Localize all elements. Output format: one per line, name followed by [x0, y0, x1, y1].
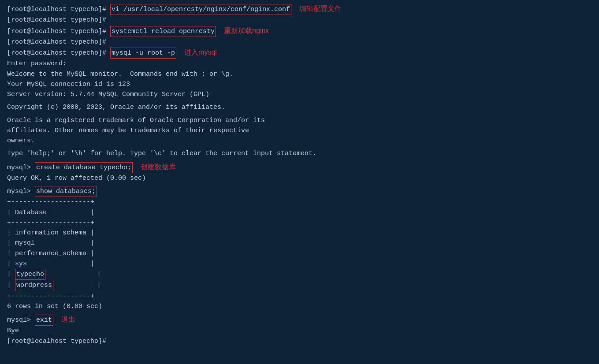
terminal-line: 6 rows in set (0.00 sec): [7, 301, 592, 312]
table-prefix: |: [7, 280, 15, 290]
plain-text: Enter password:: [7, 59, 67, 69]
terminal-line: Enter password:: [7, 59, 592, 69]
terminal-line: [root@localhost typecho]#: [7, 37, 592, 47]
table-line: +--------------------+: [7, 218, 592, 228]
terminal-line: mysql> show databases;: [7, 186, 592, 197]
table-suffix: |: [45, 269, 101, 279]
plain-text: Server version: 5.7.44 MySQL Community S…: [7, 89, 209, 100]
prompt-text: [root@localhost typecho]#: [7, 48, 110, 58]
mysql-prompt-text: mysql>: [7, 315, 35, 325]
plain-text: Copyright (c) 2000, 2023, Oracle and/or …: [7, 102, 225, 112]
terminal-line: [root@localhost typecho]#: [7, 15, 592, 25]
command-text: mysql -u root -p: [110, 48, 176, 59]
plain-text: affiliates. Other names may be trademark…: [7, 126, 249, 136]
terminal-line: mysql> exit退出: [7, 314, 592, 326]
table-line: +--------------------+: [7, 291, 592, 301]
terminal-line: Your MySQL connection id is 123: [7, 79, 592, 89]
prompt-text: [root@localhost typecho]#: [7, 37, 110, 47]
plain-text: Bye: [7, 326, 19, 336]
plain-text: Query OK, 1 row affected (0.00 sec): [7, 173, 146, 183]
highlighted-db: typecho: [15, 269, 45, 280]
prompt-text: [root@localhost typecho]#: [7, 15, 110, 25]
terminal-line: [root@localhost typecho]# mysql -u root …: [7, 47, 592, 59]
terminal-line: affiliates. Other names may be trademark…: [7, 126, 592, 136]
table-prefix: |: [7, 269, 15, 279]
plain-text: 6 rows in set (0.00 sec): [7, 301, 102, 312]
terminal-line: | typecho |: [7, 269, 592, 280]
annotation-text: 重新加载nginx: [224, 26, 269, 37]
table-line: | sys |: [7, 259, 592, 269]
terminal-line: [root@localhost typecho]#: [7, 336, 592, 346]
terminal-line: mysql> create database typecho;创建数据库: [7, 162, 592, 173]
plain-text: Welcome to the MySQL monitor. Commands e…: [7, 69, 233, 79]
annotation-text: 编辑配置文件: [299, 4, 342, 15]
plain-text: owners.: [7, 136, 35, 146]
terminal-line: Oracle is a registered trademark of Orac…: [7, 115, 592, 126]
annotation-text: 创建数据库: [141, 162, 176, 173]
mysql-command-text: create database typecho;: [35, 162, 133, 173]
table-line: | information_schema |: [7, 228, 592, 238]
prompt-text: [root@localhost typecho]#: [7, 26, 110, 37]
table-line: +--------------------+: [7, 197, 592, 207]
mysql-exit-command: exit: [35, 315, 53, 326]
annotation-text: 退出: [61, 314, 75, 325]
plain-text: Oracle is a registered trademark of Orac…: [7, 115, 265, 126]
terminal-line: Copyright (c) 2000, 2023, Oracle and/or …: [7, 102, 592, 112]
table-line: | mysql |: [7, 238, 592, 248]
table-line: | performance_schema |: [7, 249, 592, 259]
terminal-line: owners.: [7, 136, 592, 146]
terminal-line: | wordpress |: [7, 280, 592, 291]
terminal-line: [root@localhost typecho]# systemctl relo…: [7, 26, 592, 37]
terminal-container: [root@localhost typecho]# vi /usr/local/…: [7, 4, 592, 346]
plain-text: Your MySQL connection id is 123: [7, 79, 130, 89]
mysql-prompt-text: mysql>: [7, 186, 35, 197]
terminal-line: Type 'help;' or '\h' for help. Type '\c'…: [7, 149, 592, 159]
prompt-text: [root@localhost typecho]#: [7, 4, 110, 15]
prompt-text: [root@localhost typecho]#: [7, 336, 110, 346]
terminal-line: Server version: 5.7.44 MySQL Community S…: [7, 89, 592, 100]
mysql-command-text: show databases;: [35, 186, 97, 197]
mysql-prompt-text: mysql>: [7, 163, 35, 173]
terminal-line: Welcome to the MySQL monitor. Commands e…: [7, 69, 592, 79]
plain-text: Type 'help;' or '\h' for help. Type '\c'…: [7, 149, 316, 159]
terminal-line: Bye: [7, 326, 592, 336]
terminal-line: Query OK, 1 row affected (0.00 sec): [7, 173, 592, 183]
table-line: | Database |: [7, 208, 592, 218]
terminal-line: [root@localhost typecho]# vi /usr/local/…: [7, 4, 592, 15]
command-text: systemctl reload openresty: [110, 26, 216, 37]
table-suffix: |: [53, 280, 101, 290]
highlighted-db: wordpress: [15, 280, 53, 291]
annotation-text: 进入mysql: [184, 47, 217, 58]
command-text: vi /usr/local/openresty/nginx/conf/nginx…: [110, 4, 291, 15]
